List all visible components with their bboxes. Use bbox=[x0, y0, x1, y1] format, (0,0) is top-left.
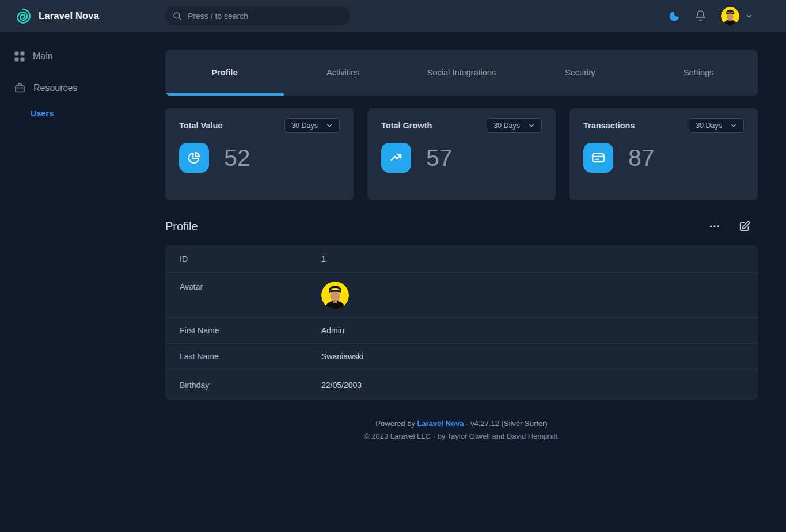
more-actions-button[interactable] bbox=[708, 220, 721, 233]
field-label: Last Name bbox=[165, 352, 321, 361]
range-select[interactable]: 30 Days bbox=[487, 118, 542, 133]
field-label: First Name bbox=[165, 326, 321, 335]
sidebar: Main Resources Users bbox=[0, 32, 165, 532]
tab-activities[interactable]: Activities bbox=[284, 50, 403, 96]
range-select[interactable]: 30 Days bbox=[689, 118, 744, 133]
top-bar: Laravel Nova bbox=[0, 0, 786, 32]
sidebar-item-resources[interactable]: Resources bbox=[14, 82, 151, 94]
range-value: 30 Days bbox=[696, 121, 722, 130]
sidebar-item-users[interactable]: Users bbox=[31, 109, 54, 118]
page-title: Profile bbox=[165, 220, 198, 233]
metric-card-transactions: Transactions 30 Days 87 bbox=[569, 108, 758, 200]
search-input[interactable] bbox=[188, 12, 343, 21]
pencil-square-icon bbox=[738, 220, 751, 233]
user-menu[interactable] bbox=[721, 7, 753, 25]
trend-up-icon bbox=[381, 143, 411, 173]
search-icon bbox=[172, 11, 183, 21]
metric-value: 52 bbox=[224, 145, 250, 172]
metric-title: Total Value bbox=[179, 121, 222, 130]
metric-cards: Total Value 30 Days 52 bbox=[165, 108, 758, 200]
tab-settings[interactable]: Settings bbox=[639, 50, 758, 96]
briefcase-icon bbox=[14, 82, 26, 94]
metric-title: Total Growth bbox=[381, 121, 432, 130]
detail-panel: ID 1 Avatar bbox=[165, 245, 758, 400]
sidebar-item-label: Main bbox=[33, 51, 53, 62]
pie-chart-icon bbox=[179, 143, 209, 173]
field-value: Swaniawski bbox=[321, 352, 363, 361]
field-label: Birthday bbox=[165, 381, 321, 390]
range-value: 30 Days bbox=[493, 121, 520, 130]
field-value: Admin bbox=[321, 326, 344, 335]
metric-card-total-value: Total Value 30 Days 52 bbox=[165, 108, 354, 200]
tab-security[interactable]: Security bbox=[521, 50, 639, 96]
field-label: Avatar bbox=[165, 273, 321, 291]
chevron-down-icon bbox=[326, 122, 333, 129]
grid-icon bbox=[14, 51, 25, 62]
sidebar-item-main[interactable]: Main bbox=[14, 51, 151, 62]
detail-row-id: ID 1 bbox=[165, 245, 758, 273]
avatar-image[interactable] bbox=[321, 273, 349, 309]
detail-header: Profile bbox=[165, 214, 758, 238]
metric-card-total-growth: Total Growth 30 Days 57 bbox=[367, 108, 556, 200]
tab-profile[interactable]: Profile bbox=[165, 50, 284, 96]
version-text: · v4.27.12 (Silver Surfer) bbox=[464, 419, 547, 428]
chevron-down-icon bbox=[730, 122, 737, 129]
search-box[interactable] bbox=[165, 6, 350, 25]
tab-social-integrations[interactable]: Social Integrations bbox=[403, 50, 521, 96]
nova-spiral-icon bbox=[14, 7, 32, 25]
detail-row-birthday: Birthday 22/05/2003 bbox=[165, 370, 758, 400]
detail-row-avatar: Avatar bbox=[165, 273, 758, 318]
active-tab-indicator bbox=[165, 93, 284, 96]
detail-row-last-name: Last Name Swaniawski bbox=[165, 344, 758, 370]
moon-icon bbox=[668, 10, 681, 22]
edit-button[interactable] bbox=[738, 220, 751, 233]
bell-icon bbox=[694, 10, 707, 22]
range-select[interactable]: 30 Days bbox=[284, 118, 340, 133]
chevron-down-icon bbox=[528, 122, 535, 129]
brand[interactable]: Laravel Nova bbox=[0, 7, 165, 25]
credit-card-icon bbox=[583, 143, 613, 173]
main-content: Profile Activities Social Integrations S… bbox=[165, 32, 758, 532]
metric-value: 57 bbox=[426, 145, 453, 172]
sidebar-item-label: Resources bbox=[33, 83, 77, 93]
metric-title: Transactions bbox=[583, 121, 635, 130]
copyright-text: © 2023 Laravel LLC · by Taylor Otwell an… bbox=[165, 430, 758, 443]
notifications-button[interactable] bbox=[690, 6, 711, 26]
field-value: 22/05/2003 bbox=[321, 381, 362, 390]
theme-toggle-button[interactable] bbox=[664, 6, 685, 26]
brand-name: Laravel Nova bbox=[39, 10, 99, 21]
avatar bbox=[721, 7, 739, 25]
field-value: 1 bbox=[321, 254, 326, 264]
field-label: ID bbox=[165, 254, 321, 264]
topbar-controls bbox=[664, 6, 786, 26]
laravel-nova-link[interactable]: Laravel Nova bbox=[417, 419, 464, 428]
metric-value: 87 bbox=[628, 145, 655, 172]
ellipsis-icon bbox=[708, 220, 721, 233]
detail-row-first-name: First Name Admin bbox=[165, 318, 758, 344]
chevron-down-icon bbox=[745, 12, 753, 20]
range-value: 30 Days bbox=[291, 121, 318, 130]
powered-by-text: Powered by bbox=[375, 419, 417, 428]
tab-bar: Profile Activities Social Integrations S… bbox=[165, 50, 758, 96]
footer: Powered by Laravel Nova · v4.27.12 (Silv… bbox=[165, 417, 758, 443]
